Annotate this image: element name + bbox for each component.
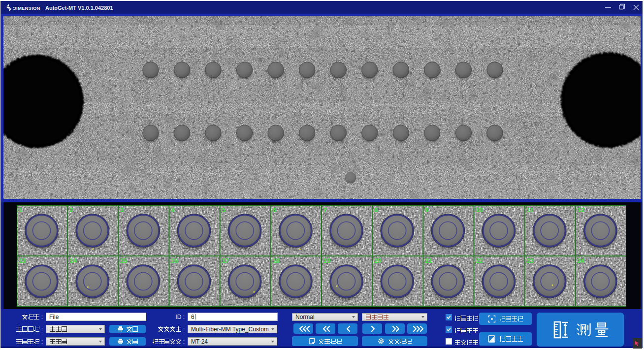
svg-text:5: 5 bbox=[222, 206, 225, 214]
svg-text:21: 21 bbox=[425, 257, 432, 264]
svg-text:24: 24 bbox=[578, 257, 585, 264]
svg-text:15: 15 bbox=[120, 257, 127, 264]
svg-text:10: 10 bbox=[476, 206, 483, 214]
svg-text:2: 2 bbox=[69, 206, 73, 214]
svg-text:17: 17 bbox=[222, 257, 229, 264]
svg-text:4: 4 bbox=[171, 206, 175, 214]
svg-text:23: 23 bbox=[527, 257, 534, 264]
svg-text:22: 22 bbox=[476, 257, 483, 264]
svg-text:12: 12 bbox=[578, 206, 584, 214]
svg-text:18: 18 bbox=[273, 257, 280, 264]
svg-text:9: 9 bbox=[425, 206, 428, 214]
svg-text:20: 20 bbox=[374, 257, 381, 264]
svg-text:19: 19 bbox=[323, 257, 330, 264]
svg-text:1: 1 bbox=[19, 206, 22, 214]
svg-text:8: 8 bbox=[374, 206, 378, 214]
svg-text:3: 3 bbox=[120, 206, 124, 214]
svg-text:13: 13 bbox=[19, 257, 26, 264]
svg-text:6: 6 bbox=[273, 206, 276, 214]
svg-text:14: 14 bbox=[69, 257, 77, 264]
svg-text:16: 16 bbox=[171, 257, 178, 264]
svg-text:7: 7 bbox=[323, 206, 327, 214]
svg-text:11: 11 bbox=[527, 206, 534, 214]
